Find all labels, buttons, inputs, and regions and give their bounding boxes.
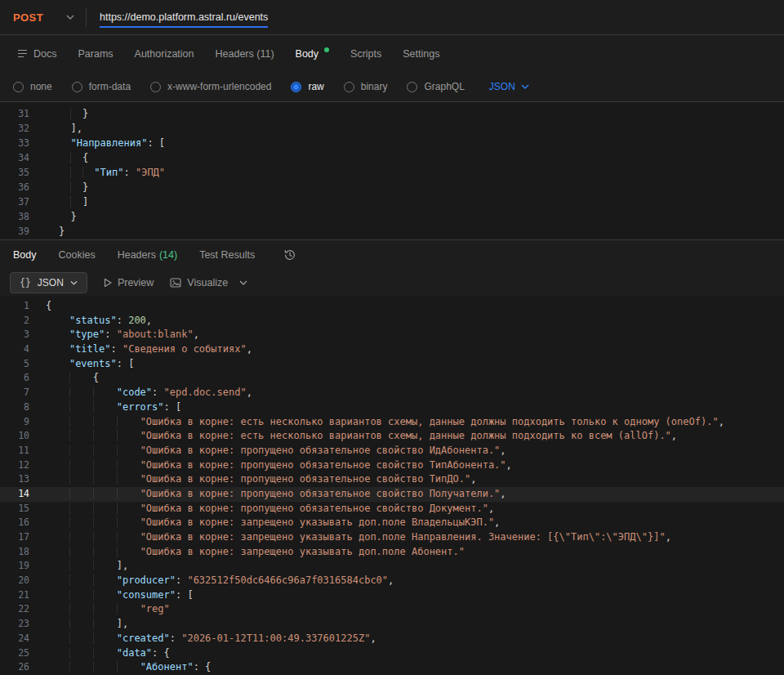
- tab-params[interactable]: Params: [67, 35, 123, 72]
- code-line[interactable]: 25 "data": {: [0, 646, 784, 661]
- code-line[interactable]: 3 "type": "about:blank",: [0, 328, 784, 342]
- code-line[interactable]: 15 "Ошибка в корне: пропущено обязательн…: [0, 502, 784, 516]
- line-number: 20: [0, 574, 29, 588]
- code-line[interactable]: 1{: [0, 299, 784, 314]
- code-line[interactable]: 18 "Ошибка в корне: запрещено указывать …: [0, 545, 784, 560]
- radio-form-data[interactable]: form-data: [72, 81, 131, 92]
- code-line[interactable]: 13 "Ошибка в корне: пропущено обязательн…: [0, 472, 784, 487]
- code-line[interactable]: 14 "Ошибка в корне: пропущено обязательн…: [0, 487, 784, 502]
- code-line[interactable]: 39}: [0, 224, 784, 239]
- chevron-down-icon: [521, 84, 529, 89]
- radio-binary[interactable]: binary: [344, 81, 388, 92]
- code-text: {: [46, 371, 99, 386]
- code-line[interactable]: 20 "producer": "632512f50dc6466c96a7f031…: [0, 574, 784, 588]
- code-text: "Ошибка в корне: запрещено указывать доп…: [46, 545, 465, 560]
- code-text: ]: [59, 194, 88, 209]
- clock-history-icon: [283, 248, 296, 262]
- radio-label: form-data: [89, 81, 131, 92]
- radio-graphql[interactable]: GraphQL: [407, 81, 464, 92]
- code-line[interactable]: 7 "code": "epd.doc.send",: [0, 386, 784, 400]
- line-number: 7: [0, 386, 29, 400]
- code-text: "producer": "632512f50dc6466c96a7f031658…: [46, 574, 394, 588]
- tab-body[interactable]: Body: [285, 35, 341, 72]
- line-number: 15: [0, 502, 29, 516]
- code-line[interactable]: 33 "Направления": [: [0, 136, 784, 150]
- line-number: 10: [0, 429, 29, 444]
- code-line[interactable]: 37 ]: [0, 194, 784, 209]
- code-line[interactable]: 24 "created": "2026-01-12T11:00:49.33760…: [0, 632, 784, 646]
- response-tab-cookies[interactable]: Cookies: [59, 249, 96, 261]
- method-selector[interactable]: POST: [0, 0, 86, 34]
- code-line[interactable]: 5 "events": [: [0, 357, 784, 372]
- code-line[interactable]: 12 "Ошибка в корне: пропущено обязательн…: [0, 458, 784, 473]
- radio-label: x-www-form-urlencoded: [167, 81, 271, 92]
- tab-label: Settings: [403, 48, 439, 60]
- code-line[interactable]: 26 "Абонент": {: [0, 660, 784, 675]
- preview-button[interactable]: Preview: [104, 277, 154, 288]
- request-body-editor[interactable]: 31 }32 ],33 "Направления": [34 {35 "Тип"…: [0, 102, 784, 240]
- line-number: 34: [0, 150, 29, 165]
- response-tab-test-results[interactable]: Test Results: [199, 249, 255, 261]
- method-label: POST: [13, 11, 43, 24]
- format-label: JSON: [38, 277, 64, 288]
- code-text: "Ошибка в корне: пропущено обязательное …: [46, 487, 506, 502]
- tab-scripts[interactable]: Scripts: [340, 35, 392, 72]
- code-line[interactable]: 34 {: [0, 150, 784, 165]
- code-line[interactable]: 17 "Ошибка в корне: запрещено указывать …: [0, 530, 784, 545]
- code-line[interactable]: 38 }: [0, 209, 784, 224]
- line-number: 37: [0, 194, 29, 209]
- code-text: }: [59, 224, 65, 239]
- code-line[interactable]: 35 "Тип": "ЭПД": [0, 165, 784, 180]
- code-text: "Ошибка в корне: пропущено обязательное …: [46, 458, 512, 473]
- url-input[interactable]: https://demo.platform.astral.ru/events: [100, 11, 268, 23]
- response-body-editor[interactable]: 1{2 "status": 200,3 "type": "about:blank…: [0, 296, 784, 675]
- code-line[interactable]: 31 }: [0, 106, 784, 121]
- body-type-row: none form-data x-www-form-urlencoded raw…: [0, 72, 784, 102]
- code-line[interactable]: 36 }: [0, 180, 784, 194]
- history-button[interactable]: [283, 248, 296, 262]
- tab-label: Headers (11): [216, 48, 274, 60]
- code-line[interactable]: 16 "Ошибка в корне: запрещено указывать …: [0, 516, 784, 530]
- radio-circle-icon: [13, 82, 24, 92]
- visualize-options-chevron[interactable]: [239, 280, 247, 285]
- url-value: https://demo.platform.astral.ru/events: [100, 11, 268, 28]
- code-line[interactable]: 2 "status": 200,: [0, 314, 784, 329]
- body-language-label: JSON: [489, 81, 515, 92]
- body-language-selector[interactable]: JSON: [489, 81, 529, 92]
- code-line[interactable]: 8 "errors": [: [0, 400, 784, 415]
- code-line[interactable]: 23 ],: [0, 617, 784, 632]
- code-line[interactable]: 32 ],: [0, 121, 784, 136]
- radio-label: none: [30, 81, 52, 92]
- code-line[interactable]: 4 "title": "Сведения о событиях",: [0, 342, 784, 357]
- code-line[interactable]: 11 "Ошибка в корне: пропущено обязательн…: [0, 444, 784, 458]
- visualize-button[interactable]: Visualize: [170, 277, 228, 288]
- response-tab-body[interactable]: Body: [13, 249, 37, 261]
- code-line[interactable]: 22 "reg": [0, 602, 784, 617]
- tab-docs[interactable]: Docs: [7, 35, 67, 72]
- response-tab-headers[interactable]: Headers (14): [118, 249, 177, 261]
- radio-none[interactable]: none: [13, 81, 52, 92]
- radio-raw[interactable]: raw: [291, 81, 323, 92]
- code-line[interactable]: 6 {: [0, 371, 784, 386]
- code-line[interactable]: 9 "Ошибка в корне: есть несколько вариан…: [0, 415, 784, 430]
- radio-circle-icon: [407, 82, 417, 92]
- line-number: 6: [0, 371, 29, 386]
- response-format-selector[interactable]: {} JSON: [10, 272, 87, 293]
- radio-label: raw: [308, 81, 323, 92]
- tab-label: Body: [296, 48, 319, 60]
- code-line[interactable]: 19 ],: [0, 559, 784, 574]
- braces-icon: {}: [20, 277, 31, 288]
- code-text: "Направления": [: [59, 136, 165, 150]
- code-text: "Тип": "ЭПД": [59, 165, 165, 180]
- line-number: 9: [0, 415, 29, 430]
- tab-label: Cookies: [59, 249, 96, 261]
- tab-headers[interactable]: Headers (11): [205, 35, 285, 72]
- radio-label: GraphQL: [424, 81, 464, 92]
- line-number: 2: [0, 314, 29, 329]
- code-line[interactable]: 21 "consumer": [: [0, 588, 784, 603]
- tab-authorization[interactable]: Authorization: [124, 35, 205, 72]
- line-number: 31: [0, 106, 29, 121]
- code-line[interactable]: 10 "Ошибка в корне: есть несколько вариа…: [0, 429, 784, 444]
- tab-settings[interactable]: Settings: [392, 35, 450, 72]
- radio-x-www-form-urlencoded[interactable]: x-www-form-urlencoded: [150, 81, 271, 92]
